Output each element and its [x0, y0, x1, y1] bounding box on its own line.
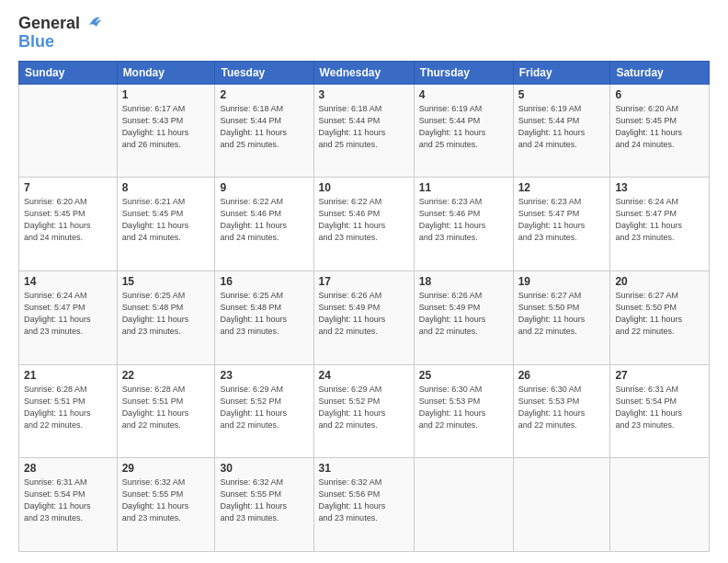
calendar-cell: 15Sunrise: 6:25 AM Sunset: 5:48 PM Dayli…	[117, 270, 215, 364]
day-info: Sunrise: 6:19 AM Sunset: 5:44 PM Dayligh…	[419, 103, 508, 151]
day-number: 4	[419, 88, 508, 101]
day-info: Sunrise: 6:24 AM Sunset: 5:47 PM Dayligh…	[24, 290, 112, 338]
logo-bird-icon	[82, 12, 102, 32]
day-info: Sunrise: 6:19 AM Sunset: 5:44 PM Dayligh…	[518, 103, 606, 151]
day-info: Sunrise: 6:26 AM Sunset: 5:49 PM Dayligh…	[319, 290, 409, 338]
calendar-cell: 19Sunrise: 6:27 AM Sunset: 5:50 PM Dayli…	[513, 270, 610, 364]
page: General Blue SundayMondayTuesdayWednesda…	[0, 0, 728, 563]
calendar-cell: 3Sunrise: 6:18 AM Sunset: 5:44 PM Daylig…	[313, 84, 414, 178]
calendar-cell: 4Sunrise: 6:19 AM Sunset: 5:44 PM Daylig…	[414, 84, 513, 178]
calendar-cell: 28Sunrise: 6:31 AM Sunset: 5:54 PM Dayli…	[19, 458, 118, 552]
day-info: Sunrise: 6:32 AM Sunset: 5:55 PM Dayligh…	[220, 477, 308, 524]
calendar-cell: 7Sunrise: 6:20 AM Sunset: 5:45 PM Daylig…	[19, 178, 118, 271]
logo-text-general: General	[18, 15, 80, 33]
calendar-week-row: 7Sunrise: 6:20 AM Sunset: 5:45 PM Daylig…	[19, 178, 710, 271]
day-number: 26	[518, 369, 606, 382]
day-info: Sunrise: 6:20 AM Sunset: 5:45 PM Dayligh…	[24, 196, 112, 244]
day-number: 11	[419, 181, 508, 194]
day-number: 22	[122, 369, 210, 382]
day-number: 21	[24, 369, 112, 382]
day-number: 6	[615, 88, 704, 101]
day-info: Sunrise: 6:31 AM Sunset: 5:54 PM Dayligh…	[615, 384, 704, 431]
calendar-cell: 8Sunrise: 6:21 AM Sunset: 5:45 PM Daylig…	[117, 178, 215, 271]
day-info: Sunrise: 6:23 AM Sunset: 5:46 PM Dayligh…	[419, 196, 508, 244]
calendar-header-row: SundayMondayTuesdayWednesdayThursdayFrid…	[19, 61, 710, 84]
calendar-cell	[513, 458, 610, 552]
day-info: Sunrise: 6:18 AM Sunset: 5:44 PM Dayligh…	[319, 103, 409, 151]
calendar-cell: 10Sunrise: 6:22 AM Sunset: 5:46 PM Dayli…	[313, 178, 414, 271]
calendar-cell: 13Sunrise: 6:24 AM Sunset: 5:47 PM Dayli…	[610, 178, 710, 271]
day-info: Sunrise: 6:31 AM Sunset: 5:54 PM Dayligh…	[24, 477, 112, 524]
day-number: 24	[319, 369, 409, 382]
calendar-cell: 27Sunrise: 6:31 AM Sunset: 5:54 PM Dayli…	[610, 364, 710, 458]
day-number: 3	[319, 88, 409, 101]
calendar-cell: 12Sunrise: 6:23 AM Sunset: 5:47 PM Dayli…	[513, 178, 610, 271]
day-number: 8	[122, 181, 210, 194]
day-number: 23	[220, 369, 308, 382]
calendar-cell: 1Sunrise: 6:17 AM Sunset: 5:43 PM Daylig…	[117, 84, 215, 178]
header-day-wednesday: Wednesday	[313, 61, 414, 84]
calendar-cell	[610, 458, 710, 552]
day-number: 2	[220, 88, 308, 101]
calendar-week-row: 21Sunrise: 6:28 AM Sunset: 5:51 PM Dayli…	[19, 364, 710, 458]
day-number: 30	[220, 462, 308, 475]
calendar-cell: 22Sunrise: 6:28 AM Sunset: 5:51 PM Dayli…	[117, 364, 215, 458]
calendar-cell: 25Sunrise: 6:30 AM Sunset: 5:53 PM Dayli…	[414, 364, 513, 458]
day-info: Sunrise: 6:27 AM Sunset: 5:50 PM Dayligh…	[518, 290, 606, 338]
day-info: Sunrise: 6:17 AM Sunset: 5:43 PM Dayligh…	[122, 103, 210, 151]
day-info: Sunrise: 6:25 AM Sunset: 5:48 PM Dayligh…	[220, 290, 308, 338]
day-info: Sunrise: 6:29 AM Sunset: 5:52 PM Dayligh…	[319, 384, 409, 431]
calendar-cell: 5Sunrise: 6:19 AM Sunset: 5:44 PM Daylig…	[513, 84, 610, 178]
day-number: 10	[319, 181, 409, 194]
day-number: 14	[24, 275, 112, 288]
day-number: 7	[24, 181, 112, 194]
day-info: Sunrise: 6:27 AM Sunset: 5:50 PM Dayligh…	[615, 290, 704, 338]
day-info: Sunrise: 6:26 AM Sunset: 5:49 PM Dayligh…	[419, 290, 508, 338]
header-day-sunday: Sunday	[19, 61, 118, 84]
calendar-cell: 2Sunrise: 6:18 AM Sunset: 5:44 PM Daylig…	[215, 84, 313, 178]
day-number: 29	[122, 462, 210, 475]
day-number: 18	[419, 275, 508, 288]
logo: General Blue	[18, 15, 102, 52]
header-day-monday: Monday	[117, 61, 215, 84]
header-day-tuesday: Tuesday	[215, 61, 313, 84]
day-number: 19	[518, 275, 606, 288]
day-number: 13	[615, 181, 704, 194]
calendar-cell: 11Sunrise: 6:23 AM Sunset: 5:46 PM Dayli…	[414, 178, 513, 271]
day-number: 12	[518, 181, 606, 194]
day-number: 5	[518, 88, 606, 101]
calendar-cell	[19, 84, 118, 178]
day-info: Sunrise: 6:32 AM Sunset: 5:56 PM Dayligh…	[319, 477, 409, 524]
day-info: Sunrise: 6:28 AM Sunset: 5:51 PM Dayligh…	[122, 384, 210, 431]
calendar-cell: 23Sunrise: 6:29 AM Sunset: 5:52 PM Dayli…	[215, 364, 313, 458]
header-day-thursday: Thursday	[414, 61, 513, 84]
day-number: 15	[122, 275, 210, 288]
day-info: Sunrise: 6:20 AM Sunset: 5:45 PM Dayligh…	[615, 103, 704, 151]
day-info: Sunrise: 6:18 AM Sunset: 5:44 PM Dayligh…	[220, 103, 308, 151]
calendar-week-row: 14Sunrise: 6:24 AM Sunset: 5:47 PM Dayli…	[19, 270, 710, 364]
header-day-friday: Friday	[513, 61, 610, 84]
calendar-cell: 29Sunrise: 6:32 AM Sunset: 5:55 PM Dayli…	[117, 458, 215, 552]
calendar-cell: 17Sunrise: 6:26 AM Sunset: 5:49 PM Dayli…	[313, 270, 414, 364]
day-number: 16	[220, 275, 308, 288]
calendar-cell: 20Sunrise: 6:27 AM Sunset: 5:50 PM Dayli…	[610, 270, 710, 364]
calendar-cell: 16Sunrise: 6:25 AM Sunset: 5:48 PM Dayli…	[215, 270, 313, 364]
day-number: 9	[220, 181, 308, 194]
day-info: Sunrise: 6:25 AM Sunset: 5:48 PM Dayligh…	[122, 290, 210, 338]
calendar-cell: 18Sunrise: 6:26 AM Sunset: 5:49 PM Dayli…	[414, 270, 513, 364]
day-info: Sunrise: 6:30 AM Sunset: 5:53 PM Dayligh…	[419, 384, 508, 431]
day-info: Sunrise: 6:29 AM Sunset: 5:52 PM Dayligh…	[220, 384, 308, 431]
header: General Blue	[18, 15, 710, 52]
day-info: Sunrise: 6:22 AM Sunset: 5:46 PM Dayligh…	[319, 196, 409, 244]
calendar-cell: 6Sunrise: 6:20 AM Sunset: 5:45 PM Daylig…	[610, 84, 710, 178]
calendar-table: SundayMondayTuesdayWednesdayThursdayFrid…	[18, 61, 710, 552]
day-info: Sunrise: 6:30 AM Sunset: 5:53 PM Dayligh…	[518, 384, 606, 431]
calendar-cell: 26Sunrise: 6:30 AM Sunset: 5:53 PM Dayli…	[513, 364, 610, 458]
day-number: 27	[615, 369, 704, 382]
day-number: 25	[419, 369, 508, 382]
header-day-saturday: Saturday	[610, 61, 710, 84]
day-info: Sunrise: 6:21 AM Sunset: 5:45 PM Dayligh…	[122, 196, 210, 244]
day-number: 1	[122, 88, 210, 101]
calendar-cell: 9Sunrise: 6:22 AM Sunset: 5:46 PM Daylig…	[215, 178, 313, 271]
day-number: 31	[319, 462, 409, 475]
